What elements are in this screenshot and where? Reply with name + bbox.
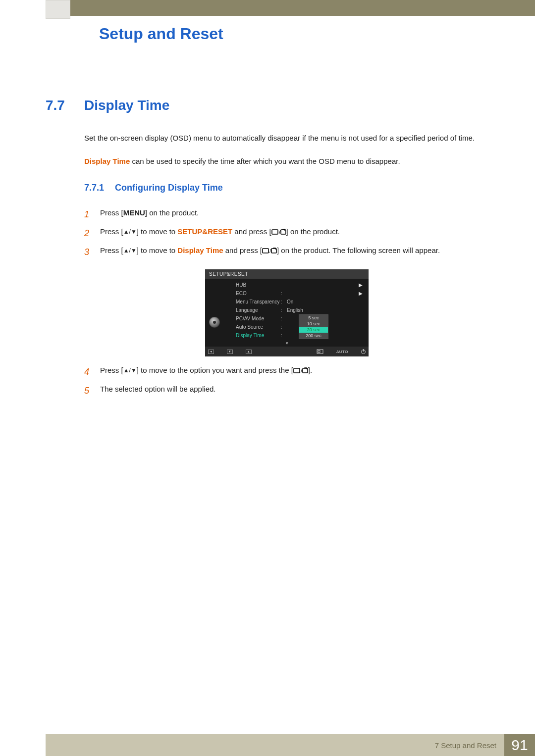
chevron-right-icon: ▶ [359, 282, 365, 288]
svg-rect-7 [318, 351, 320, 353]
osd-row-colon: : [281, 333, 287, 338]
intro-paragraph-2: Display Time can be used to specify the … [84, 155, 489, 168]
step-text: Press [MENU] on the product. [100, 206, 489, 220]
step-text: Press [▲/▼] to move to SETUP&RESET and p… [100, 225, 489, 239]
setup-reset-label: SETUP&RESET [177, 227, 232, 236]
osd-row: Language:English [224, 306, 365, 314]
step-2: 2 Press [▲/▼] to move to SETUP&RESET and… [84, 225, 489, 242]
osd-row: ECO:▶ [224, 289, 365, 298]
osd-row-label: ECO [224, 291, 281, 296]
osd-row: Menu Transparency:On [224, 298, 365, 306]
osd-row: PC/AV Mode: [224, 314, 365, 323]
step-3: 3 Press [▲/▼] to move to Display Time an… [84, 244, 489, 260]
osd-bottom-bar: ◂ ▾ ▴ AUTO [205, 347, 369, 356]
nav-down-icon: ▾ [227, 350, 233, 354]
osd-dropdown-item: 200 sec [299, 333, 328, 339]
step-number: 3 [84, 244, 100, 260]
step-4: 4 Press [▲/▼] to move to the option you … [84, 363, 489, 380]
osd-row-colon: : [281, 291, 287, 296]
osd-dropdown-item: 5 sec [299, 315, 328, 321]
step-number: 5 [84, 382, 100, 399]
osd-dropdown: 5 sec10 sec20 sec200 sec [299, 314, 328, 339]
osd-row-colon: : [281, 299, 287, 304]
osd-row: Auto Source: [224, 323, 365, 331]
page-body: 7.7 Display Time Set the on-screen displ… [46, 43, 489, 399]
display-time-label: Display Time [84, 157, 130, 165]
page-footer: 7 Setup and Reset 91 [46, 734, 535, 756]
svg-rect-8 [294, 368, 300, 373]
osd-dropdown-item: 10 sec [299, 321, 328, 327]
display-time-target: Display Time [177, 246, 223, 254]
osd-row-label: HUB [224, 282, 281, 288]
osd-title: SETUP&RESET [205, 269, 369, 279]
intro-paragraph-1: Set the on-screen display (OSD) menu to … [84, 132, 489, 145]
nav-auto-label: AUTO [336, 350, 348, 354]
up-down-icon: ▲/▼ [123, 228, 137, 235]
up-down-icon: ▲/▼ [123, 247, 137, 254]
menu-key: MENU [123, 208, 145, 217]
osd-dropdown-item: 20 sec [299, 327, 328, 333]
subsection-title: Configuring Display Time [115, 183, 223, 193]
enter-source-icon: / [293, 366, 308, 374]
osd-row-value: English [287, 307, 365, 313]
footer-chapter: 7 Setup and Reset [435, 741, 496, 750]
osd-row-label: Language [224, 307, 281, 313]
osd-panel: SETUP&RESET HUB▶ECO:▶Menu Transparency:O… [205, 269, 369, 356]
intro2-rest: can be used to specify the time after wh… [130, 157, 400, 165]
section-number: 7.7 [46, 98, 84, 113]
osd-row-value: On [287, 299, 365, 304]
steps-list: 1 Press [MENU] on the product. 2 Press [… [84, 206, 489, 400]
step-number: 4 [84, 363, 100, 380]
svg-rect-0 [272, 230, 278, 234]
up-down-icon: ▲/▼ [123, 367, 137, 374]
step-1: 1 Press [MENU] on the product. [84, 206, 489, 223]
gear-icon [209, 317, 220, 328]
osd-scroll-down-icon: ▾ [205, 341, 369, 347]
subsection-heading: 7.7.1 Configuring Display Time [84, 183, 489, 193]
nav-up-icon: ▴ [246, 350, 252, 354]
osd-row-label: Display Time [224, 333, 281, 338]
osd-sidebar [205, 279, 224, 341]
osd-row-colon: : [281, 324, 287, 330]
osd-row-colon: : [281, 316, 287, 321]
osd-row-label: Menu Transparency [224, 299, 281, 304]
nav-left-icon: ◂ [208, 350, 214, 354]
subsection-number: 7.7.1 [84, 183, 115, 193]
section-heading: 7.7 Display Time [46, 98, 489, 113]
osd-row: HUB▶ [224, 281, 365, 289]
step-text: Press [▲/▼] to move to the option you wa… [100, 363, 489, 378]
step-number: 2 [84, 225, 100, 242]
osd-screenshot: SETUP&RESET HUB▶ECO:▶Menu Transparency:O… [84, 269, 489, 356]
enter-source-icon: / [262, 246, 277, 254]
chapter-tab [46, 0, 70, 19]
footer-page-number: 91 [504, 734, 535, 756]
step-5: 5 The selected option will be applied. [84, 382, 489, 399]
osd-menu-list: HUB▶ECO:▶Menu Transparency:OnLanguage:En… [224, 279, 369, 341]
osd-row: Display Time:5 sec10 sec20 sec200 sec [224, 331, 365, 340]
svg-rect-3 [263, 249, 268, 253]
header-bar [46, 0, 535, 16]
step-text: Press [▲/▼] to move to Display Time and … [100, 244, 489, 258]
chevron-right-icon: ▶ [359, 291, 365, 296]
osd-row-colon: : [281, 307, 287, 313]
section-title: Display Time [84, 98, 169, 113]
osd-row-label: PC/AV Mode [224, 316, 281, 321]
nav-source-icon [317, 349, 323, 354]
power-icon [361, 350, 366, 354]
chapter-title: Setup and Reset [99, 25, 535, 43]
step-text: The selected option will be applied. [100, 382, 489, 397]
osd-row-label: Auto Source [224, 324, 281, 330]
step-number: 1 [84, 206, 100, 223]
enter-source-icon: / [271, 227, 286, 236]
